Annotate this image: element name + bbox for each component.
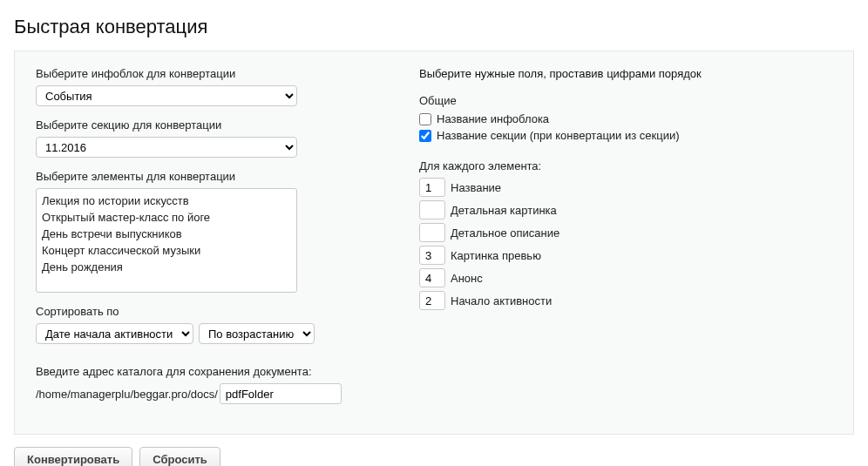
order-input[interactable] [419,178,445,197]
section-select[interactable]: 11.2016 [36,137,297,158]
field-checkbox[interactable] [419,113,431,125]
list-item[interactable]: День рождения [42,259,291,275]
list-item[interactable]: Лекция по истории искусств [42,192,291,209]
order-input[interactable] [419,246,445,265]
checkbox-row: Название инфоблока [419,112,832,125]
left-column: Выберите инфоблок для конвертации Событи… [36,67,384,416]
order-input[interactable] [419,223,445,242]
checkbox-label: Название инфоблока [437,112,549,125]
order-label: Начало активности [451,294,552,307]
section-label: Выберите секцию для конвертации [36,118,384,132]
common-subheading: Общие [419,94,832,107]
infoblock-select[interactable]: События [36,85,297,106]
list-item[interactable]: Концерт классической музыки [42,242,291,259]
right-column: Выберите нужные поля, проставив цифрами … [419,67,832,416]
button-row: Конвертировать Сбросить [14,447,854,466]
field-checkbox[interactable] [419,130,431,142]
order-label: Анонс [451,272,483,285]
order-row: Картинка превью [419,246,832,265]
order-label: Название [451,181,501,194]
order-input[interactable] [419,200,445,219]
order-row: Детальное описание [419,223,832,242]
checkbox-label: Название секции (при конвертации из секц… [437,129,680,142]
path-input[interactable] [220,383,342,404]
sort-order-select[interactable]: По возрастанию [199,323,315,344]
order-row: Название [419,178,832,197]
path-label: Введите адрес каталога для сохранения до… [36,365,384,378]
checkbox-row: Название секции (при конвертации из секц… [419,129,832,142]
order-label: Детальное описание [451,226,559,240]
sort-label: Сортировать по [36,305,384,318]
convert-button[interactable]: Конвертировать [14,447,132,466]
order-input[interactable] [419,291,445,310]
path-prefix: /home/managerplu/beggar.pro/docs/ [36,388,218,401]
order-row: Начало активности [419,291,832,310]
sort-field-select[interactable]: Дате начала активности [36,323,193,344]
fields-heading: Выберите нужные поля, проставив цифрами … [419,67,832,80]
list-item[interactable]: День встречи выпускников [42,226,291,242]
main-panel: Выберите инфоблок для конвертации Событи… [14,51,854,435]
page-title: Быстрая конвертация [14,16,854,38]
order-label: Детальная картинка [451,204,557,217]
per-element-subheading: Для каждого элемента: [419,159,832,172]
elements-label: Выберите элементы для конвертации [36,170,384,183]
elements-listbox[interactable]: Лекция по истории искусствОткрытый масте… [36,188,297,293]
order-row: Детальная картинка [419,200,832,219]
infoblock-label: Выберите инфоблок для конвертации [36,67,384,80]
reset-button[interactable]: Сбросить [139,447,220,466]
list-item[interactable]: Открытый мастер-класс по йоге [42,209,291,226]
order-row: Анонс [419,268,832,287]
order-input[interactable] [419,268,445,287]
order-label: Картинка превью [451,249,541,262]
